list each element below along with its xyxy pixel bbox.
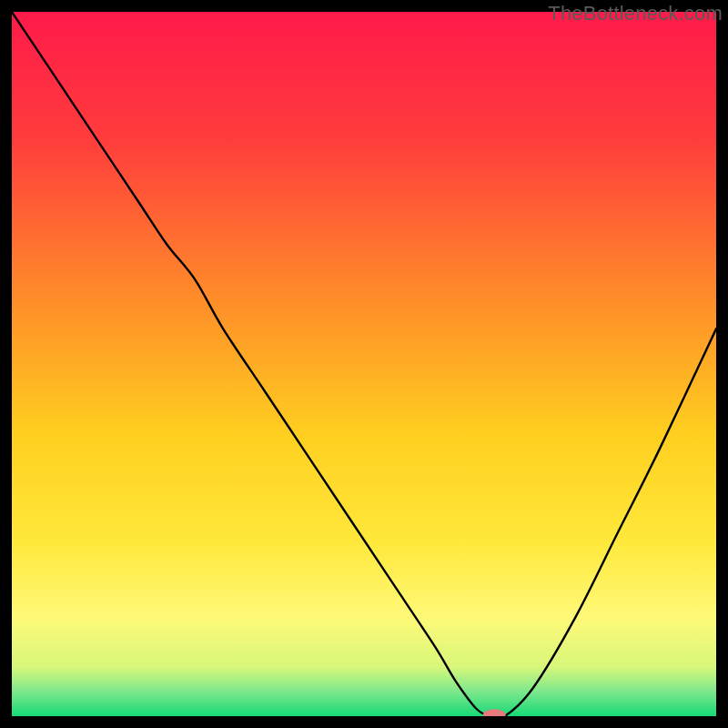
watermark-text: TheBottleneck.com bbox=[548, 2, 723, 25]
chart-container: TheBottleneck.com bbox=[0, 0, 728, 728]
bottleneck-chart bbox=[12, 12, 716, 716]
gradient-background bbox=[12, 12, 716, 716]
plot-area bbox=[12, 12, 716, 716]
